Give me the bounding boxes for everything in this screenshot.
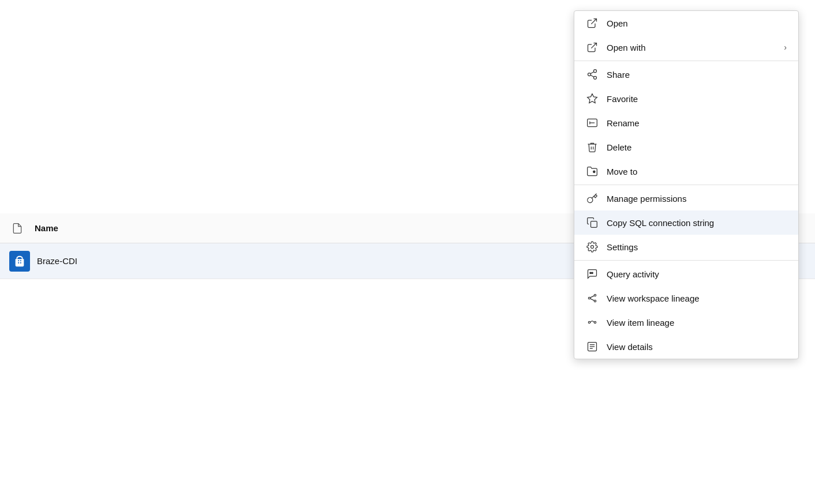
move-to-label: Move to xyxy=(607,167,787,176)
svg-rect-14 xyxy=(591,221,597,228)
row-item-name: Braze-CDI xyxy=(37,256,614,266)
svg-point-13 xyxy=(593,171,595,172)
table-header-icon xyxy=(9,220,25,236)
svg-point-20 xyxy=(594,300,596,302)
svg-marker-9 xyxy=(588,94,597,103)
open-label: Open xyxy=(607,18,787,28)
view-item-lineage-label: View item lineage xyxy=(607,318,787,328)
item-lineage-icon xyxy=(586,316,599,329)
manage-permissions-label: Manage permissions xyxy=(607,194,787,204)
share-icon xyxy=(586,68,599,81)
svg-point-18 xyxy=(588,297,590,299)
main-content: Name Type Braze-CDI xyxy=(0,0,815,504)
open-with-chevron: › xyxy=(784,43,787,52)
view-workspace-lineage-label: View workspace lineage xyxy=(607,294,787,303)
menu-item-open[interactable]: Open xyxy=(574,11,798,35)
menu-item-favorite[interactable]: Favorite xyxy=(574,86,798,111)
svg-point-5 xyxy=(588,73,591,76)
menu-item-view-workspace-lineage[interactable]: View workspace lineage xyxy=(574,286,798,310)
view-details-icon xyxy=(586,340,599,353)
open-with-icon xyxy=(586,41,599,54)
settings-label: Settings xyxy=(607,242,787,252)
share-label: Share xyxy=(607,70,787,80)
menu-item-delete[interactable]: Delete xyxy=(574,135,798,159)
svg-point-24 xyxy=(594,321,596,323)
svg-line-7 xyxy=(590,75,594,77)
context-menu: Open Open with › xyxy=(574,10,799,359)
menu-item-move-to[interactable]: Move to xyxy=(574,159,798,183)
permissions-icon xyxy=(586,192,599,205)
view-details-label: View details xyxy=(607,342,787,352)
open-icon xyxy=(586,17,599,29)
row-item-icon xyxy=(9,251,30,272)
separator-1 xyxy=(574,61,798,61)
rename-icon xyxy=(586,116,599,129)
open-with-label: Open with xyxy=(607,43,776,52)
menu-item-copy-sql[interactable]: Copy SQL connection string xyxy=(574,210,798,235)
menu-item-view-details[interactable]: View details xyxy=(574,334,798,359)
rename-label: Rename xyxy=(607,118,787,128)
menu-item-settings[interactable]: Settings xyxy=(574,235,798,259)
menu-item-share[interactable]: Share xyxy=(574,62,798,86)
svg-point-4 xyxy=(594,70,597,73)
svg-point-15 xyxy=(591,246,594,249)
favorite-label: Favorite xyxy=(607,94,787,104)
delete-label: Delete xyxy=(607,142,787,152)
copy-sql-icon xyxy=(586,216,599,229)
svg-point-17 xyxy=(592,272,593,274)
menu-item-rename[interactable]: Rename xyxy=(574,111,798,135)
move-to-icon xyxy=(586,165,599,178)
query-icon xyxy=(586,268,599,280)
svg-point-6 xyxy=(594,76,597,79)
svg-line-3 xyxy=(591,43,596,48)
svg-line-2 xyxy=(591,19,596,24)
svg-point-23 xyxy=(588,321,590,323)
menu-item-open-with[interactable]: Open with › xyxy=(574,35,798,59)
menu-item-manage-permissions[interactable]: Manage permissions xyxy=(574,186,798,210)
menu-item-view-item-lineage[interactable]: View item lineage xyxy=(574,310,798,334)
favorite-icon xyxy=(586,92,599,105)
settings-icon xyxy=(586,240,599,253)
workspace-lineage-icon xyxy=(586,292,599,304)
separator-3 xyxy=(574,260,798,261)
separator-2 xyxy=(574,185,798,185)
delete-icon xyxy=(586,141,599,153)
svg-line-21 xyxy=(590,296,595,298)
svg-point-19 xyxy=(594,294,596,296)
query-activity-label: Query activity xyxy=(607,269,787,279)
copy-sql-label: Copy SQL connection string xyxy=(607,218,787,228)
menu-item-query-activity[interactable]: Query activity xyxy=(574,262,798,286)
svg-line-22 xyxy=(590,299,595,300)
svg-point-16 xyxy=(590,272,592,274)
svg-line-8 xyxy=(590,72,594,73)
